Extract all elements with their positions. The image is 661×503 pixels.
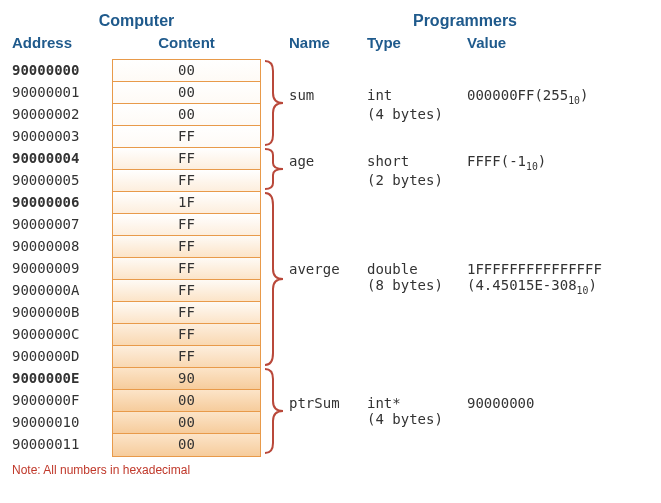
var-type: double (367, 261, 467, 277)
content-cell: FF (113, 214, 260, 236)
var-name: ptrSum (289, 395, 367, 411)
address-cell: 90000010 (12, 411, 112, 433)
var-size: (4 bytes) (367, 106, 588, 122)
address-cell: 90000001 (12, 81, 112, 103)
brace-column (261, 59, 289, 457)
var-value: 1FFFFFFFFFFFFFFF (467, 261, 602, 277)
header-programmers: Programmers (261, 12, 649, 30)
address-column: 9000000090000001900000029000000390000004… (12, 59, 112, 457)
var-size: (2 bytes) (367, 172, 546, 188)
address-cell: 90000000 (12, 59, 112, 81)
var-group-age: age short FFFF(-110) (2 bytes) (289, 153, 546, 188)
content-cell: FF (113, 236, 260, 258)
brace-icon (263, 59, 287, 147)
var-size: (4 bytes) (367, 411, 534, 427)
header-name: Name (289, 34, 367, 51)
content-cell: FF (113, 324, 260, 346)
address-cell: 90000005 (12, 169, 112, 191)
brace-icon (263, 367, 287, 455)
address-cell: 90000006 (12, 191, 112, 213)
content-column: 000000FFFFFF1FFFFFFFFFFFFFFF90000000 (112, 59, 261, 457)
address-cell: 9000000F (12, 389, 112, 411)
content-cell: FF (113, 302, 260, 324)
content-cell: FF (113, 280, 260, 302)
memory-diagram: 9000000090000001900000029000000390000004… (12, 59, 649, 457)
programmer-column: sum int 000000FF(25510) (4 bytes) age sh… (289, 59, 649, 457)
address-cell: 90000011 (12, 433, 112, 455)
var-name: averge (289, 261, 367, 277)
content-cell: FF (113, 148, 260, 170)
address-cell: 90000007 (12, 213, 112, 235)
address-cell: 90000008 (12, 235, 112, 257)
sub-header-row: Address Content Name Type Value (12, 34, 649, 51)
var-group-sum: sum int 000000FF(25510) (4 bytes) (289, 87, 588, 122)
content-cell: 00 (113, 434, 260, 456)
content-cell: FF (113, 346, 260, 368)
var-value: FFFF(-110) (467, 153, 546, 172)
var-value-line2: (4.45015E-30810) (467, 277, 597, 296)
address-cell: 9000000D (12, 345, 112, 367)
var-type: int* (367, 395, 467, 411)
var-group-averge: averge double 1FFFFFFFFFFFFFFF (8 bytes)… (289, 261, 602, 296)
var-name: age (289, 153, 367, 172)
content-cell: FF (113, 170, 260, 192)
content-cell: FF (113, 258, 260, 280)
var-group-ptrsum: ptrSum int* 90000000 (4 bytes) (289, 395, 534, 427)
content-cell: 00 (113, 82, 260, 104)
content-cell: 00 (113, 390, 260, 412)
content-cell: FF (113, 126, 260, 148)
address-cell: 90000004 (12, 147, 112, 169)
var-size: (8 bytes) (367, 277, 467, 296)
content-cell: 00 (113, 104, 260, 126)
note-text: Note: All numbers in hexadecimal (12, 463, 649, 477)
main-header-row: Computer Programmers (12, 12, 649, 30)
address-cell: 9000000C (12, 323, 112, 345)
address-cell: 90000009 (12, 257, 112, 279)
address-cell: 9000000A (12, 279, 112, 301)
address-cell: 9000000E (12, 367, 112, 389)
var-type: short (367, 153, 467, 172)
address-cell: 90000002 (12, 103, 112, 125)
header-type: Type (367, 34, 467, 51)
content-cell: 00 (113, 60, 260, 82)
header-computer: Computer (12, 12, 261, 30)
content-cell: 90 (113, 368, 260, 390)
header-address: Address (12, 34, 112, 51)
content-cell: 00 (113, 412, 260, 434)
brace-icon (263, 191, 287, 367)
brace-icon (263, 147, 287, 191)
address-cell: 9000000B (12, 301, 112, 323)
address-cell: 90000003 (12, 125, 112, 147)
header-value: Value (467, 34, 649, 51)
var-value: 000000FF(25510) (467, 87, 588, 106)
var-name: sum (289, 87, 367, 106)
var-value: 90000000 (467, 395, 534, 411)
header-content: Content (112, 34, 261, 51)
var-type: int (367, 87, 467, 106)
content-cell: 1F (113, 192, 260, 214)
